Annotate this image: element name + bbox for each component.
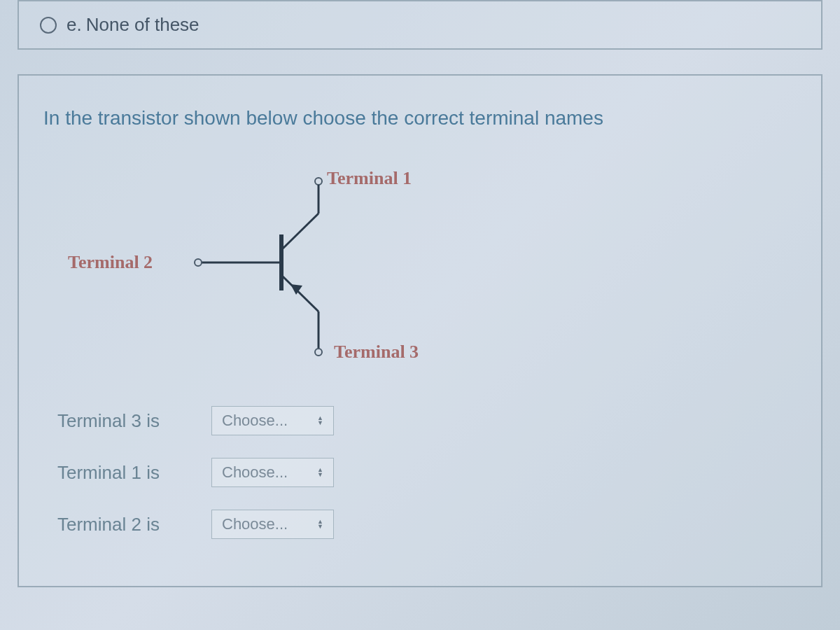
terminal-3-label: Terminal 3 (334, 342, 419, 363)
updown-icon: ▲▼ (317, 416, 323, 426)
option-e-row[interactable]: e. None of these (40, 14, 800, 36)
answer-label: Terminal 2 is (57, 514, 190, 536)
answer-row-terminal-2: Terminal 2 is Choose... ▲▼ (57, 510, 797, 539)
svg-point-0 (315, 178, 322, 185)
question-box: In the transistor shown below choose the… (18, 74, 822, 587)
option-e-text: None of these (86, 14, 200, 36)
transistor-symbol-icon (194, 172, 334, 368)
svg-line-2 (281, 214, 318, 250)
updown-icon: ▲▼ (317, 519, 323, 529)
select-placeholder: Choose... (222, 463, 288, 482)
svg-line-6 (281, 275, 318, 312)
select-placeholder: Choose... (222, 412, 288, 430)
select-placeholder: Choose... (222, 515, 288, 533)
select-terminal-2[interactable]: Choose... ▲▼ (211, 510, 334, 539)
svg-point-5 (195, 259, 202, 266)
svg-point-9 (315, 349, 322, 356)
answer-rows: Terminal 3 is Choose... ▲▼ Terminal 1 is… (57, 406, 797, 539)
answer-label: Terminal 1 is (57, 462, 190, 484)
answer-row-terminal-3: Terminal 3 is Choose... ▲▼ (57, 406, 797, 435)
updown-icon: ▲▼ (317, 468, 323, 477)
terminal-2-label: Terminal 2 (68, 252, 153, 273)
question-prompt: In the transistor shown below choose the… (43, 107, 797, 130)
option-e-letter: e. (66, 14, 82, 36)
answer-row-terminal-1: Terminal 1 is Choose... ▲▼ (57, 458, 797, 487)
previous-question-box: e. None of these (18, 0, 822, 50)
select-terminal-1[interactable]: Choose... ▲▼ (211, 458, 334, 487)
select-terminal-3[interactable]: Choose... ▲▼ (211, 406, 334, 435)
terminal-1-label: Terminal 1 (327, 168, 412, 189)
transistor-diagram: Terminal 1 Terminal 2 Terminal 3 (57, 168, 797, 392)
answer-label: Terminal 3 is (57, 410, 190, 432)
radio-icon[interactable] (40, 17, 57, 34)
